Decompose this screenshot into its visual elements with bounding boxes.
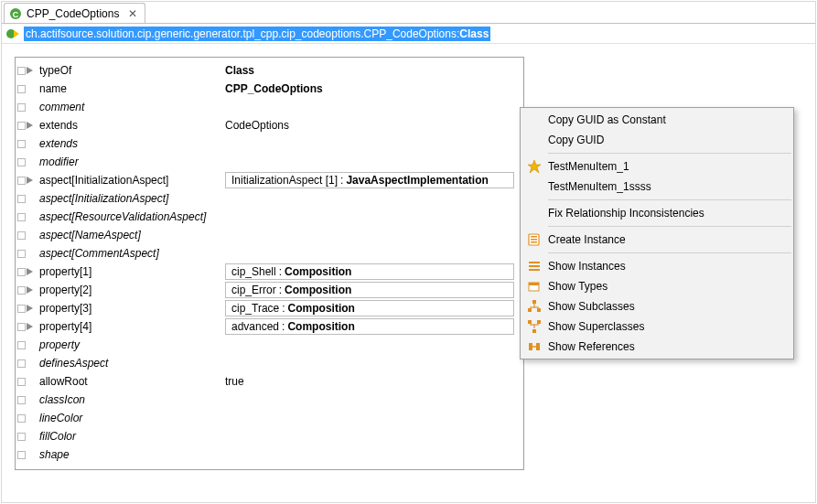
prop-value[interactable]: Class [225, 64, 518, 77]
menu-show-subclasses[interactable]: Show Subclasses [521, 296, 793, 316]
goto-icon[interactable] [5, 27, 20, 41]
expand-icon[interactable] [17, 323, 26, 331]
row-extends-empty[interactable]: extends [16, 134, 523, 153]
show-instances-icon [521, 259, 548, 273]
prop-label: aspect[NameAspect] [38, 229, 225, 241]
menu-fix-relationship[interactable]: Fix Relationship Inconsistencies [521, 203, 793, 223]
prop-label: property[2] [38, 284, 225, 296]
menu-copy-guid[interactable]: Copy GUID [521, 130, 793, 150]
row-property-empty[interactable]: property [16, 336, 523, 354]
arrow-icon [27, 122, 33, 129]
expand-icon[interactable] [17, 67, 26, 75]
row-fill-color[interactable]: fillColor [16, 427, 523, 445]
tab-title: CPP_CodeOptions [27, 7, 119, 20]
prop-value-box[interactable]: advanced:Composition [225, 318, 514, 335]
prop-value-box[interactable]: cip_Error:Composition [225, 282, 514, 298]
show-subclasses-icon [521, 299, 548, 314]
svg-rect-13 [532, 300, 536, 304]
prop-value-box[interactable]: cip_Shell:Composition [225, 263, 514, 280]
arrow-icon [27, 286, 33, 294]
expand-icon[interactable] [17, 158, 26, 166]
prop-value[interactable]: true [225, 375, 518, 388]
row-property-4[interactable]: property[4] advanced:Composition [16, 317, 523, 336]
svg-rect-23 [529, 343, 532, 350]
expand-icon[interactable] [17, 433, 26, 441]
expand-icon[interactable] [17, 231, 26, 240]
prop-label: property[4] [38, 320, 225, 333]
prop-label: typeOf [38, 64, 225, 77]
expand-icon[interactable] [17, 177, 26, 185]
svg-rect-22 [532, 329, 536, 333]
star-icon [521, 159, 548, 174]
expand-icon[interactable] [17, 286, 26, 295]
svg-text:C: C [13, 10, 19, 19]
prop-value[interactable]: CPP_CodeOptions [225, 82, 518, 95]
expand-icon[interactable] [17, 359, 26, 368]
expand-icon[interactable] [17, 213, 26, 221]
editor-tab[interactable]: C CPP_CodeOptions ✕ [4, 3, 145, 23]
menu-testmenuitem-1[interactable]: TestMenuItem_1 [521, 156, 793, 177]
expand-icon[interactable] [17, 140, 26, 148]
prop-label: allowRoot [38, 375, 225, 388]
menu-testmenuitem-1ssss[interactable]: TestMenuItem_1ssss [521, 177, 793, 197]
expand-icon[interactable] [17, 341, 26, 349]
expand-icon[interactable] [17, 305, 26, 313]
row-line-color[interactable]: lineColor [16, 409, 523, 427]
prop-label: modifier [38, 155, 225, 168]
menu-create-instance[interactable]: Create Instance [521, 230, 793, 250]
row-aspect-comment[interactable]: aspect[CommentAspect] [16, 244, 523, 263]
row-aspect-init[interactable]: aspect[InitializationAspect] Initializat… [16, 171, 523, 189]
property-table: typeOf Class name CPP_CodeOptions commen… [15, 57, 524, 470]
svg-rect-18 [528, 320, 532, 324]
menu-copy-guid-constant[interactable]: Copy GUID as Constant [521, 110, 793, 130]
expand-icon[interactable] [17, 103, 26, 112]
prop-label: aspect[InitializationAspect] [38, 174, 225, 187]
row-modifier[interactable]: modifier [16, 153, 523, 171]
menu-separator [548, 252, 791, 253]
show-types-icon [521, 279, 548, 294]
expand-icon[interactable] [17, 451, 26, 459]
arrow-icon [27, 323, 33, 330]
row-comment[interactable]: comment [16, 98, 523, 116]
row-class-icon[interactable]: classIcon [16, 391, 523, 409]
prop-label: property[1] [38, 265, 225, 278]
row-property-2[interactable]: property[2] cip_Error:Composition [16, 281, 523, 299]
menu-separator [548, 199, 791, 200]
row-aspect-validation[interactable]: aspect[ResourceValidationAspect] [16, 208, 523, 226]
menu-show-types[interactable]: Show Types [521, 276, 793, 296]
expand-icon[interactable] [17, 414, 26, 423]
prop-label: lineColor [38, 412, 225, 424]
row-property-1[interactable]: property[1] cip_Shell:Composition [16, 263, 523, 281]
expand-icon[interactable] [17, 250, 26, 258]
row-shape[interactable]: shape [16, 445, 523, 464]
row-aspect-name[interactable]: aspect[NameAspect] [16, 226, 523, 244]
row-typeof[interactable]: typeOf Class [16, 61, 523, 80]
prop-value-box[interactable]: cip_Trace:Composition [225, 300, 514, 316]
prop-label: property[3] [38, 302, 225, 315]
svg-rect-24 [536, 343, 540, 350]
expand-icon[interactable] [17, 396, 26, 404]
prop-value[interactable]: CodeOptions [225, 119, 518, 132]
menu-show-superclasses[interactable]: Show Superclasses [521, 316, 793, 337]
menu-show-references[interactable]: Show References [521, 337, 793, 357]
row-extends[interactable]: extends CodeOptions [16, 116, 523, 134]
row-aspect-init-empty[interactable]: aspect[InitializationAspect] [16, 189, 523, 208]
prop-label: comment [38, 101, 225, 113]
arrow-icon [27, 67, 33, 74]
row-defines-aspect[interactable]: definesAspect [16, 354, 523, 372]
expand-icon[interactable] [17, 122, 26, 130]
expand-icon[interactable] [17, 378, 26, 386]
expand-icon[interactable] [17, 85, 26, 93]
breadcrumb-path[interactable]: ch.actifsource.solution.cip.generic.gene… [24, 27, 490, 41]
svg-rect-16 [528, 308, 532, 312]
expand-icon[interactable] [17, 195, 26, 203]
row-allow-root[interactable]: allowRoot true [16, 372, 523, 391]
close-icon[interactable]: ✕ [128, 8, 137, 19]
row-property-3[interactable]: property[3] cip_Trace:Composition [16, 299, 523, 317]
expand-icon[interactable] [17, 268, 26, 276]
arrow-icon [27, 305, 33, 312]
prop-value-box[interactable]: InitializationAspect [1]:JavaAspectImple… [225, 172, 514, 188]
row-name[interactable]: name CPP_CodeOptions [16, 80, 523, 98]
menu-show-instances[interactable]: Show Instances [521, 256, 793, 276]
breadcrumb: ch.actifsource.solution.cip.generic.gene… [2, 24, 815, 44]
